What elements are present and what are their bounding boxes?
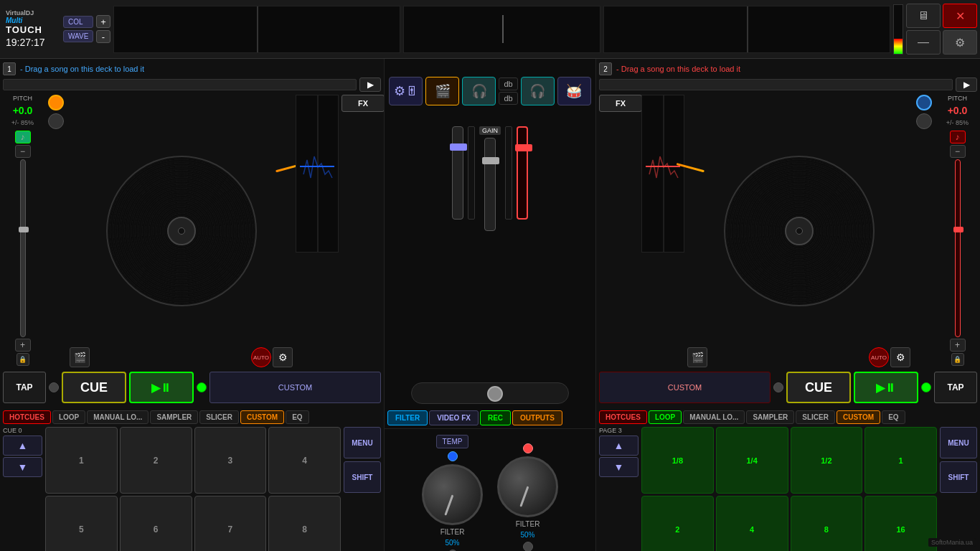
gain-fader[interactable] xyxy=(484,138,496,231)
right-auto-btn[interactable]: AUTO xyxy=(869,347,889,367)
line-button[interactable]: — xyxy=(906,30,941,55)
left-tab-slicer[interactable]: SLICER xyxy=(199,410,239,424)
left-tab-hotcues[interactable]: HOTCUES xyxy=(3,410,51,424)
left-orange-knob[interactable] xyxy=(48,95,64,110)
right-tap-button[interactable]: TAP xyxy=(934,372,977,403)
left-tab-eq[interactable]: EQ xyxy=(286,410,308,424)
left-channel-fader[interactable] xyxy=(452,126,463,220)
right-pitch-slider[interactable] xyxy=(955,159,961,337)
left-play-pause-button[interactable]: ▶⏸ xyxy=(129,372,194,403)
left-filter-knob[interactable] xyxy=(422,464,483,525)
left-vinyl[interactable] xyxy=(106,156,257,306)
crossfader[interactable] xyxy=(411,382,569,404)
right-down-btn[interactable]: ▼ xyxy=(599,457,639,477)
loop-pad-1[interactable]: 1 xyxy=(864,427,937,494)
right-auto-pitch-btn[interactable]: ♪ xyxy=(950,131,966,143)
loop-pad-8[interactable]: 8 xyxy=(791,496,863,551)
plus-button[interactable]: + xyxy=(96,15,110,28)
pad-6[interactable]: 6 xyxy=(120,496,192,551)
right-channel-strip xyxy=(517,126,528,220)
right-tab-custom[interactable]: CUSTOM xyxy=(837,410,880,424)
right-play-button[interactable]: ▶ xyxy=(956,77,977,92)
right-tab-eq[interactable]: EQ xyxy=(882,410,905,424)
monitor-button[interactable]: 🖥 xyxy=(906,4,941,28)
right-custom-button[interactable]: CUSTOM xyxy=(599,372,771,403)
pad-8[interactable]: 8 xyxy=(268,496,341,551)
left-fx-button[interactable]: FX xyxy=(341,95,385,112)
mixer-headphone-right[interactable]: 🎧 xyxy=(521,77,555,105)
loop-pad-1-4[interactable]: 1/4 xyxy=(716,427,788,494)
loop-pad-16[interactable]: 16 xyxy=(864,496,937,551)
left-minus-pitch[interactable]: − xyxy=(15,145,31,158)
right-tab-hotcues[interactable]: HOTCUES xyxy=(599,410,647,424)
filter-tab-videofx[interactable]: VIDEO FX xyxy=(429,410,479,425)
left-tab-sampler[interactable]: SAMPLER xyxy=(150,410,198,424)
right-vinyl[interactable] xyxy=(724,156,875,306)
mixer-film-btn[interactable]: 🎬 xyxy=(425,77,459,105)
right-tab-manualloop[interactable]: MANUAL LO... xyxy=(683,410,745,424)
right-film-icon[interactable]: 🎬 xyxy=(687,347,707,367)
wave-button[interactable]: WAVE xyxy=(63,30,93,42)
left-play-button[interactable]: ▶ xyxy=(359,77,381,92)
left-up-btn[interactable]: ▲ xyxy=(3,435,42,456)
minus-button[interactable]: - xyxy=(96,30,110,43)
right-tab-loop[interactable]: LOOP xyxy=(649,410,682,424)
loop-pad-1-2[interactable]: 1/2 xyxy=(791,427,863,494)
right-filter-knob[interactable] xyxy=(497,456,558,517)
right-up-btn[interactable]: ▲ xyxy=(599,435,639,456)
left-custom-button[interactable]: CUSTOM xyxy=(209,372,381,403)
right-channel-fader[interactable] xyxy=(517,126,528,220)
mixer-drum-btn[interactable]: 🥁 xyxy=(557,77,591,105)
left-tab-custom[interactable]: CUSTOM xyxy=(240,410,284,424)
loop-pad-2[interactable]: 2 xyxy=(641,496,714,551)
left-auto-pitch[interactable]: ♪ xyxy=(15,131,31,143)
loop-pad-1-8[interactable]: 1/8 xyxy=(641,427,714,494)
left-plus-pitch[interactable]: + xyxy=(15,339,31,352)
right-progress-bar[interactable] xyxy=(599,79,953,90)
left-tap-button[interactable]: TAP xyxy=(3,372,46,403)
filter-tab-rec[interactable]: REC xyxy=(480,410,511,425)
right-fx-button[interactable]: FX xyxy=(599,95,642,112)
left-settings-icon[interactable]: ⚙ xyxy=(273,347,293,367)
right-plus-pitch-btn[interactable]: + xyxy=(950,339,966,352)
right-tab-slicer[interactable]: SLICER xyxy=(796,410,835,424)
left-menu-button[interactable]: MENU xyxy=(344,427,381,458)
left-shift-button[interactable]: SHIFT xyxy=(344,461,381,493)
col-button[interactable]: COL xyxy=(63,16,93,28)
right-menu-button[interactable]: MENU xyxy=(940,427,977,458)
left-progress-bar[interactable] xyxy=(3,79,357,90)
pad-5[interactable]: 5 xyxy=(45,496,118,551)
close-button[interactable]: ✕ xyxy=(943,4,977,28)
settings-button[interactable]: ⚙ xyxy=(943,30,977,55)
left-pitch-slider[interactable] xyxy=(20,159,26,337)
pad-2[interactable]: 2 xyxy=(120,427,192,494)
pad-7[interactable]: 7 xyxy=(194,496,267,551)
left-cue-button[interactable]: CUE xyxy=(62,372,126,403)
right-gray-knob[interactable] xyxy=(916,113,932,129)
right-blue-knob[interactable] xyxy=(916,95,932,110)
left-tab-manualloop[interactable]: MANUAL LO... xyxy=(87,410,149,424)
temp-button[interactable]: TEMP xyxy=(436,435,469,448)
right-minus-pitch-btn[interactable]: − xyxy=(950,145,966,158)
filter-tab-filter[interactable]: FILTER xyxy=(387,410,428,425)
right-settings-icon[interactable]: ⚙ xyxy=(890,347,910,367)
pad-3[interactable]: 3 xyxy=(194,427,267,494)
left-auto-btn[interactable]: AUTO xyxy=(251,347,271,367)
left-film-icon[interactable]: 🎬 xyxy=(70,347,90,367)
right-tab-sampler[interactable]: SAMPLER xyxy=(746,410,794,424)
filter-tab-outputs[interactable]: OUTPUTS xyxy=(512,410,562,425)
mixer-headphone-left[interactable]: 🎧 xyxy=(462,77,496,105)
mixer-settings-btn[interactable]: ⚙🎚 xyxy=(389,77,423,105)
left-tab-loop[interactable]: LOOP xyxy=(52,410,85,424)
left-lock-btn[interactable]: 🔒 xyxy=(17,353,29,366)
pad-1[interactable]: 1 xyxy=(45,427,118,494)
loop-pad-4[interactable]: 4 xyxy=(716,496,788,551)
right-drag-message: - Drag a song on this deck to load it xyxy=(616,65,740,73)
right-cue-button[interactable]: CUE xyxy=(786,372,851,403)
left-down-btn[interactable]: ▼ xyxy=(3,457,42,477)
pad-4[interactable]: 4 xyxy=(268,427,341,494)
left-gray-knob[interactable] xyxy=(48,113,64,129)
right-shift-button[interactable]: SHIFT xyxy=(940,461,977,493)
right-play-pause-button[interactable]: ▶⏸ xyxy=(854,372,918,403)
right-lock-btn[interactable]: 🔒 xyxy=(951,353,964,366)
